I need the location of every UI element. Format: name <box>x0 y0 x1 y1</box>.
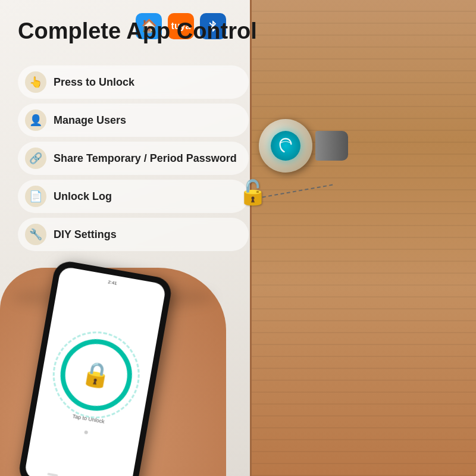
share-password-icon: 🔗 <box>25 148 46 169</box>
page-title: Complete App Control <box>18 18 257 45</box>
manage-users-icon: 👤 <box>25 109 46 131</box>
feature-share-password: 🔗 Share Temporary / Period Password <box>18 142 249 175</box>
phone-lock-icon: 🔒 <box>79 358 113 391</box>
unlock-log-label: Unlock Log <box>54 190 112 203</box>
fingerprint-sensor <box>271 131 300 161</box>
diy-settings-icon: 🔧 <box>25 224 46 245</box>
features-list: 👆 Press to Unlock 👤 Manage Users 🔗 Share… <box>18 65 249 251</box>
phone-bottom-nav <box>47 472 108 476</box>
diy-settings-label: DIY Settings <box>54 228 117 241</box>
share-password-label: Share Temporary / Period Password <box>54 152 237 165</box>
door-background <box>250 0 476 476</box>
door-handle <box>315 131 348 161</box>
feature-unlock-log: 📄 Unlock Log <box>18 180 249 213</box>
phone-nav-home <box>47 472 58 476</box>
feature-diy-settings: 🔧 DIY Settings <box>18 218 249 251</box>
phone-status-bar: 2:41 <box>108 279 118 286</box>
main-container: 🏠 tuya Complete App Control 👆 Press to U… <box>0 0 476 476</box>
feature-press-unlock: 👆 Press to Unlock <box>18 65 249 99</box>
manage-users-label: Manage Users <box>54 114 126 127</box>
feature-manage-users: 👤 Manage Users <box>18 104 249 137</box>
press-unlock-icon: 👆 <box>25 71 46 93</box>
door-lock-hardware <box>259 119 312 173</box>
phone-indicator-dot <box>84 430 88 434</box>
phone-lock-circle: 🔒 <box>55 333 137 416</box>
floating-lock: 🔓 <box>238 178 268 206</box>
lock-base <box>259 119 312 173</box>
unlock-log-icon: 📄 <box>25 186 46 207</box>
press-unlock-label: Press to Unlock <box>54 76 134 89</box>
open-lock-icon: 🔓 <box>238 178 268 206</box>
